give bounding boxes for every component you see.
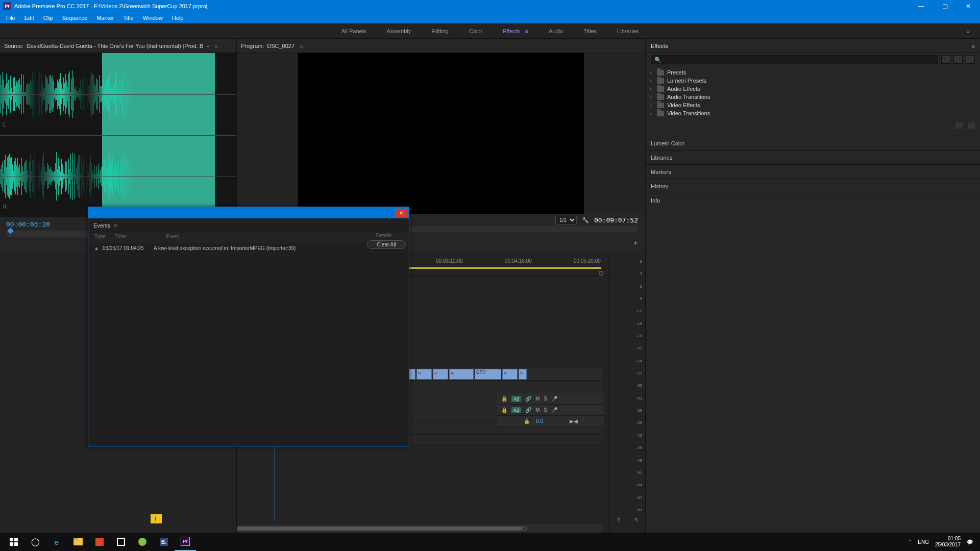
master-level-value[interactable]: 0.0 xyxy=(536,418,543,424)
source-timecode[interactable]: 00:00:03:20 xyxy=(6,220,50,228)
events-tab[interactable]: Events ≡ xyxy=(88,218,409,233)
tray-notifications-icon[interactable]: 💬 xyxy=(967,539,973,545)
events-window[interactable]: ✕ Events ≡ Type Time Event ▲ 03/25/17 01… xyxy=(88,207,409,446)
meter-solo-R[interactable]: S xyxy=(635,517,638,522)
menu-sequence[interactable]: Sequence xyxy=(58,14,92,22)
tray-language[interactable]: ENG xyxy=(918,539,929,545)
taskbar-cortana-button[interactable]: ◯ xyxy=(24,533,46,551)
window-maximize-button[interactable]: ▢ xyxy=(933,0,957,12)
track-header-a3[interactable]: 🔒 A3 🔗 M S 🎤 xyxy=(497,405,604,416)
workspace-assembly[interactable]: Assembly xyxy=(387,28,411,34)
video-clip[interactable]: fx xyxy=(433,369,448,380)
panel-info[interactable]: Info xyxy=(646,193,980,207)
video-clip[interactable]: fx xyxy=(502,369,518,380)
taskbar-app-icon-2[interactable] xyxy=(132,533,153,551)
effects-search-field[interactable] xyxy=(664,57,935,63)
track-header-master[interactable]: 🔒 0.0 ▶◀ xyxy=(497,416,604,427)
timeline-horizontal-scrollbar[interactable] xyxy=(237,524,602,533)
effects-filter-icon-1[interactable] xyxy=(941,56,950,64)
workspace-libraries[interactable]: Libraries xyxy=(617,28,639,34)
workspace-overflow-button[interactable]: » xyxy=(967,28,970,34)
taskbar-store-icon[interactable] xyxy=(110,533,132,551)
events-clear-all-button[interactable]: Clear All xyxy=(367,240,406,249)
panel-libraries[interactable]: Libraries xyxy=(646,150,980,164)
taskbar-app-icon-3[interactable]: B. xyxy=(153,533,175,551)
video-clip[interactable]: fx DSC xyxy=(475,369,501,380)
track-header-a2[interactable]: 🔒 A2 🔗 M S 🎤 xyxy=(497,393,604,405)
effects-panel-tab[interactable]: Effects ≡ xyxy=(646,39,980,53)
track-tag-a3[interactable]: A3 xyxy=(511,407,521,413)
tray-clock[interactable]: 01:05 25/03/2017 xyxy=(935,536,961,548)
master-meter-icon[interactable]: ▶◀ xyxy=(570,418,578,424)
source-tab-overflow-icon[interactable]: » xyxy=(206,43,209,49)
track-tag-a2[interactable]: A2 xyxy=(511,396,521,402)
master-lock-icon[interactable]: 🔒 xyxy=(524,418,530,424)
workspace-all-panels[interactable]: All Panels xyxy=(341,28,366,34)
menu-file[interactable]: File xyxy=(2,14,19,22)
panel-lumetri-color[interactable]: Lumetri Color xyxy=(646,136,980,150)
effects-folder[interactable]: ›Video Transitions xyxy=(646,109,980,117)
track-lock-icon[interactable]: 🔒 xyxy=(501,396,507,402)
timeline-scroll-thumb[interactable] xyxy=(237,527,523,531)
events-window-close-button[interactable]: ✕ xyxy=(395,209,407,217)
workspace-effects[interactable]: Effects xyxy=(503,28,520,34)
panel-markers[interactable]: Markers xyxy=(646,164,980,179)
video-clip[interactable]: fx xyxy=(519,369,527,380)
program-settings-icon[interactable]: 🔧 xyxy=(582,217,589,223)
window-minimize-button[interactable]: ― xyxy=(910,0,933,12)
source-waveform-view[interactable]: L R xyxy=(0,53,236,217)
effects-folder[interactable]: ›Video Effects xyxy=(646,101,980,109)
effects-delete-icon[interactable] xyxy=(968,122,975,129)
menu-window[interactable]: Window xyxy=(139,14,167,22)
effects-new-bin-icon[interactable] xyxy=(955,122,963,129)
track-mute-a3[interactable]: M xyxy=(535,407,540,413)
program-tab[interactable]: Program: DSC_0027 ≡ xyxy=(237,39,645,53)
window-close-button[interactable]: ✕ xyxy=(957,0,980,12)
video-clip[interactable]: fx xyxy=(449,369,474,380)
menu-clip[interactable]: Clip xyxy=(39,14,57,22)
program-zoom-select[interactable]: 1/2 xyxy=(555,216,577,224)
taskbar-edge-icon[interactable]: e xyxy=(46,533,67,551)
effects-search-input[interactable]: 🔍 xyxy=(651,55,938,64)
workspace-effects-menu-icon[interactable]: ≡ xyxy=(525,28,528,34)
track-voice-icon[interactable]: 🎤 xyxy=(551,396,557,402)
taskbar-premiere-icon[interactable]: Pr xyxy=(175,533,196,551)
program-panel-menu-icon[interactable]: ≡ xyxy=(300,43,303,49)
effects-folder[interactable]: ›Audio Transitions xyxy=(646,93,980,101)
pgm-button-editor-button[interactable]: ＋ xyxy=(632,238,639,247)
track-lock-icon[interactable]: 🔒 xyxy=(501,407,507,413)
program-view[interactable] xyxy=(237,53,645,214)
track-solo-a2[interactable]: S xyxy=(544,396,547,402)
track-mute-a2[interactable]: M xyxy=(535,396,540,402)
workspace-editing[interactable]: Editing xyxy=(431,28,449,34)
taskbar-start-button[interactable] xyxy=(3,533,24,551)
menu-help[interactable]: Help xyxy=(168,14,188,22)
effects-panel-menu-icon[interactable]: ≡ xyxy=(972,43,975,49)
events-window-titlebar[interactable]: ✕ xyxy=(88,207,409,218)
events-panel-menu-icon[interactable]: ≡ xyxy=(114,222,117,229)
track-solo-a3[interactable]: S xyxy=(544,407,547,413)
program-timecode[interactable]: 00:09:07:52 xyxy=(594,216,638,224)
menu-title[interactable]: Title xyxy=(119,14,137,22)
events-col-time[interactable]: Time xyxy=(111,233,162,243)
track-voice-icon[interactable]: 🎤 xyxy=(551,407,557,413)
events-row[interactable]: ▲ 03/25/17 01:04:25 A low-level exceptio… xyxy=(88,243,409,253)
taskbar-app-icon-1[interactable] xyxy=(89,533,110,551)
tray-chevron-icon[interactable]: ˄ xyxy=(909,539,912,545)
menu-marker[interactable]: Marker xyxy=(92,14,118,22)
workspace-titles[interactable]: Titles xyxy=(583,28,597,34)
track-sync-lock-icon[interactable]: 🔗 xyxy=(525,396,531,402)
meter-solo-L[interactable]: S xyxy=(617,517,620,522)
timeline-zoom-handle-right[interactable] xyxy=(523,527,527,531)
video-clip[interactable]: fx xyxy=(416,369,432,380)
menu-edit[interactable]: Edit xyxy=(20,14,38,22)
effects-folder[interactable]: ›Audio Effects xyxy=(646,85,980,93)
workspace-audio[interactable]: Audio xyxy=(549,28,563,34)
track-sync-lock-icon[interactable]: 🔗 xyxy=(525,407,531,413)
effects-folder[interactable]: ›Lumetri Presets xyxy=(646,77,980,85)
events-col-type[interactable]: Type xyxy=(90,233,111,243)
workspace-color[interactable]: Color xyxy=(469,28,482,34)
panel-history[interactable]: History xyxy=(646,179,980,193)
effects-filter-icon-2[interactable] xyxy=(953,56,963,64)
source-panel-menu-icon[interactable]: ≡ xyxy=(214,43,217,49)
